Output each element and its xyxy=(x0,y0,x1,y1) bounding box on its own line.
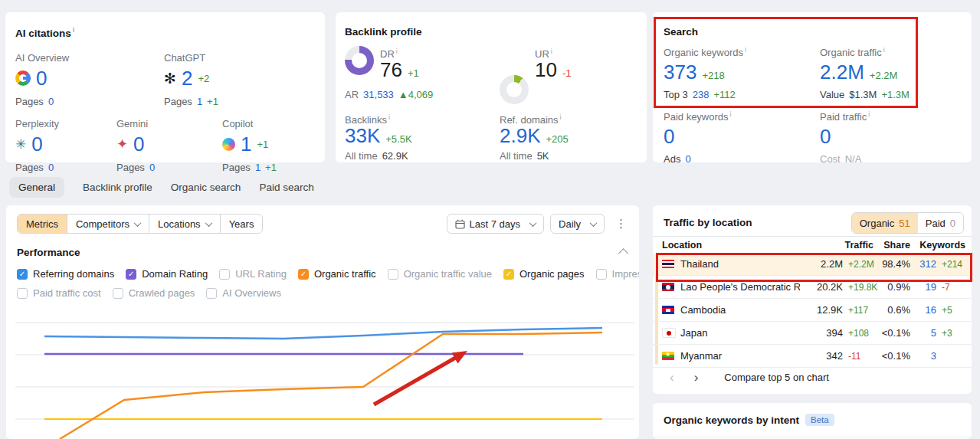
checkbox-box: ✓ xyxy=(126,269,136,280)
copilot-icon xyxy=(222,138,235,151)
info-icon[interactable]: i xyxy=(868,110,870,118)
perplexity-icon: ✳ xyxy=(15,138,26,151)
organic-toggle-button[interactable]: Organic51 xyxy=(852,213,918,233)
competitors-filter-button[interactable]: Competitors xyxy=(67,215,149,233)
keywords-column-header[interactable]: Keywords xyxy=(910,240,965,251)
info-icon[interactable]: i xyxy=(883,46,885,54)
top3-value[interactable]: 238 xyxy=(693,89,710,100)
date-range-button[interactable]: Last 7 days xyxy=(447,214,545,234)
pages-value[interactable]: 1 xyxy=(255,162,261,173)
laos-flag xyxy=(662,283,674,291)
paid-count: 0 xyxy=(950,218,955,229)
ar-value[interactable]: 31,533 xyxy=(363,89,394,100)
keywords-value[interactable]: 16 xyxy=(910,304,936,316)
traffic-delta: +19.8K xyxy=(843,282,873,293)
checkbox-impressions[interactable]: Impressions xyxy=(596,268,639,280)
keywords-value[interactable]: 19 xyxy=(910,281,936,293)
copilot-label: Copilot xyxy=(222,118,277,129)
info-icon[interactable]: i xyxy=(396,48,398,55)
pages-value[interactable]: 0 xyxy=(48,162,54,173)
keywords-value[interactable]: 312 xyxy=(910,258,936,270)
paid-keywords-value[interactable]: 0 xyxy=(664,125,674,148)
tab-paid-search[interactable]: Paid search xyxy=(259,177,313,198)
ai-citations-title: AI citationsi xyxy=(15,26,74,39)
organic-traffic-label: Organic traffic xyxy=(820,47,882,58)
perplexity-value[interactable]: 0 xyxy=(31,134,42,154)
ads-value[interactable]: 0 xyxy=(685,153,690,165)
tab-backlink-profile[interactable]: Backlink profile xyxy=(83,177,152,198)
stat-gemini: Gemini ✦ 0 Pages 0 xyxy=(116,118,155,173)
performance-title: Performance xyxy=(17,247,80,258)
years-filter-button[interactable]: Years xyxy=(221,215,263,233)
copilot-delta: +1 xyxy=(257,139,268,150)
locations-filter-button[interactable]: Locations xyxy=(149,215,221,233)
ads-label: Ads xyxy=(664,153,680,165)
info-icon[interactable]: i xyxy=(745,46,746,54)
location-column-header[interactable]: Location xyxy=(662,240,782,251)
table-row-thailand[interactable]: Thailand 2.2M +2.2M 98.4% 312 +214 xyxy=(653,253,972,276)
ur-value: 10 xyxy=(535,60,557,80)
info-icon[interactable]: i xyxy=(560,113,562,121)
info-icon[interactable]: i xyxy=(73,26,75,34)
tab-general[interactable]: General xyxy=(9,177,64,198)
pages-value[interactable]: 0 xyxy=(48,96,54,107)
compare-top5-button[interactable]: Compare top 5 on chart xyxy=(724,372,829,383)
info-icon[interactable]: i xyxy=(730,110,732,118)
keywords-delta: +5 xyxy=(936,305,965,316)
checkbox-organic-traffic[interactable]: ✓Organic traffic xyxy=(298,268,376,280)
metrics-filter-button[interactable]: Metrics xyxy=(18,215,67,233)
table-row-japan[interactable]: Japan 394 +108 <0.1% 5 +3 xyxy=(653,322,972,345)
paid-toggle-button[interactable]: Paid0 xyxy=(918,213,963,233)
checkbox-organic-traffic-value[interactable]: Organic traffic value xyxy=(388,268,492,280)
table-row-laos[interactable]: Lao People's Democratic Reput 20.2K +19.… xyxy=(653,276,972,299)
organic-traffic-value[interactable]: 2.2M xyxy=(820,62,864,82)
ai-overview-value[interactable]: 0 xyxy=(36,68,47,88)
paid-traffic-value[interactable]: 0 xyxy=(820,125,831,148)
chatgpt-value[interactable]: 2 xyxy=(182,68,192,88)
traffic-delta: -11 xyxy=(843,351,873,362)
ai-overview-label: AI Overview xyxy=(15,52,69,64)
stat-organic-traffic: Organic traffici 2.2M +2.2M Value $1.3M … xyxy=(820,46,910,100)
keywords-value[interactable]: 5 xyxy=(910,327,936,339)
next-page-icon[interactable]: › xyxy=(688,369,705,385)
checkbox-referring-domains[interactable]: ✓Referring domains xyxy=(17,268,114,280)
pages-value[interactable]: 1 xyxy=(197,96,202,107)
chatgpt-delta: +2 xyxy=(198,73,209,84)
stat-organic-keywords: Organic keywordsi 373 +218 Top 3 238 +11… xyxy=(664,46,746,100)
traffic-value: 394 xyxy=(800,327,843,339)
dr-value-row: 76 +1 xyxy=(380,60,419,80)
granularity-button[interactable]: Daily xyxy=(550,214,605,234)
section-tabs: General Backlink profile Organic search … xyxy=(9,177,314,198)
ur-donut-chart xyxy=(500,75,529,104)
pages-value[interactable]: 0 xyxy=(149,162,155,173)
stat-perplexity: Perplexity ✳ 0 Pages 0 xyxy=(15,118,59,173)
ai-citations-card: AI citationsi AI Overview 0 Pages 0 Chat… xyxy=(5,12,325,162)
checkbox-url-rating[interactable]: URL Rating xyxy=(219,268,287,280)
share-value: <0.1% xyxy=(873,327,910,339)
organic-keywords-value[interactable]: 373 xyxy=(664,62,696,82)
copilot-value[interactable]: 1 xyxy=(241,134,251,154)
granularity-label: Daily xyxy=(559,218,581,230)
tab-organic-search[interactable]: Organic search xyxy=(171,177,241,198)
keywords-value[interactable]: 3 xyxy=(910,350,936,362)
prev-page-icon[interactable]: ‹ xyxy=(664,369,680,385)
table-row-cambodia[interactable]: Cambodia 12.9K +117 0.6% 16 +5 xyxy=(653,299,972,322)
backlinks-value[interactable]: 33K xyxy=(345,126,380,146)
location-name: Myanmar xyxy=(680,350,800,362)
backlinks-value-row: 33K +5.5K xyxy=(345,126,412,146)
table-row-myanmar[interactable]: Myanmar 342 -11 <0.1% 3 xyxy=(653,345,972,368)
performance-card: Metrics Competitors Locations Years Last… xyxy=(6,205,639,439)
collapse-chevron-icon[interactable] xyxy=(618,248,628,258)
share-value: 0.6% xyxy=(873,304,910,316)
info-icon[interactable]: i xyxy=(388,113,390,121)
more-options-kebab-icon[interactable]: ⋮ xyxy=(611,217,631,231)
gemini-value[interactable]: 0 xyxy=(133,134,144,154)
checkbox-domain-rating[interactable]: ✓Domain Rating xyxy=(126,268,208,280)
dr-delta: +1 xyxy=(408,67,419,79)
traffic-column-header[interactable]: Traffic xyxy=(782,240,873,251)
share-column-header[interactable]: Share xyxy=(873,240,910,251)
refdomains-value[interactable]: 2.9K xyxy=(500,126,541,146)
info-icon[interactable]: i xyxy=(551,48,552,55)
checkbox-organic-pages[interactable]: ✓Organic pages xyxy=(503,268,585,280)
refdomains-delta: +205 xyxy=(546,133,569,145)
